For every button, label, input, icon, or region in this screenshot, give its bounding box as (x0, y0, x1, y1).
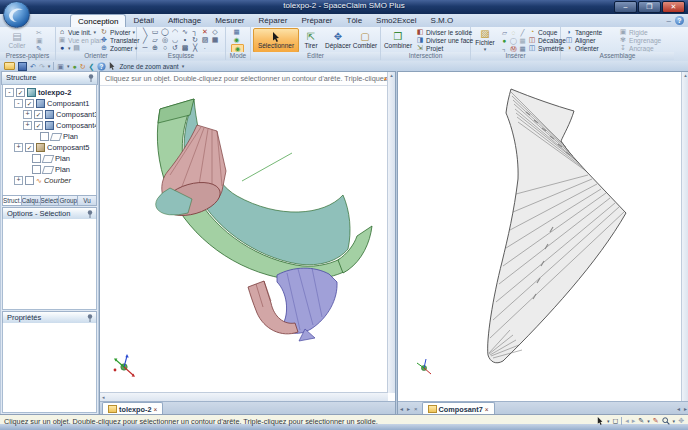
insert-sphere-icon[interactable]: ● (500, 37, 509, 45)
ribbon-minimize-icon[interactable]: – (667, 16, 671, 25)
sketch-tool-icon[interactable]: ╱ (140, 36, 150, 44)
prev-view-icon[interactable]: ◂ (625, 417, 629, 425)
panel-tab-structure[interactable]: Struct. (2, 195, 22, 206)
insert-plane-icon[interactable]: ▱ (500, 29, 509, 37)
sketch-tool-icon[interactable]: ∙ (200, 44, 210, 52)
anchor-button[interactable]: ↧Ancrage (619, 44, 661, 52)
tree-item-plan[interactable]: Plan (3, 164, 96, 175)
sketch-tool-icon[interactable]: ◡ (170, 36, 180, 44)
fill-button[interactable]: ▢ Combler (352, 28, 378, 51)
help-icon[interactable]: ? (675, 16, 684, 25)
tree-item-plan[interactable]: Plan (3, 131, 96, 142)
close-button[interactable]: ✕ (662, 1, 685, 13)
sketch-tool-icon[interactable]: ○ (160, 44, 170, 52)
insert-file-button[interactable]: ▨ Fichier ▾ (472, 28, 498, 51)
layout-dropdown-icon[interactable]: ▾ (67, 63, 70, 69)
zoomer-button[interactable]: ⊕Zoomer▾ (100, 44, 139, 52)
sketch-tool-icon[interactable]: ↻ (190, 36, 200, 44)
insert-line-icon[interactable]: ╱ (518, 29, 527, 37)
tree-item-composant5[interactable]: +✓Composant5 (3, 142, 96, 153)
tangent-button[interactable]: ◗Tangente (565, 28, 602, 36)
sketch-tool-icon[interactable]: ◠ (170, 28, 180, 36)
sketch-tool-icon[interactable]: ◎ (160, 36, 170, 44)
redo-icon[interactable]: ↷ (39, 62, 45, 71)
paste-button[interactable]: ▤ Coller (4, 28, 30, 52)
save-icon[interactable] (18, 62, 27, 71)
sketch-tool-icon[interactable]: ╳ (190, 44, 200, 52)
zoom-dropdown-icon[interactable]: ▾ (182, 63, 185, 69)
tree-item-root[interactable]: -✓tolexpo-2 (3, 87, 96, 98)
tab-detail[interactable]: Détail (126, 14, 160, 27)
pan-mode-icon[interactable]: ✥ (678, 417, 684, 425)
sketch-tool-icon[interactable]: ▱ (150, 36, 160, 44)
project-button[interactable]: ⇲Projet (416, 44, 473, 52)
tree-item-composant1[interactable]: -✓Composant1 (3, 98, 96, 109)
sketch-tool-icon[interactable]: ◇ (210, 28, 220, 36)
sketch-tool-icon[interactable]: ┐ (190, 28, 200, 36)
sketch-tool-icon[interactable]: ╲ (140, 28, 150, 36)
pin-icon[interactable] (87, 314, 93, 322)
sketch-tool-icon[interactable]: ▨ (200, 36, 210, 44)
vue-init-button[interactable]: ⌂Vue init.▾ (58, 28, 103, 36)
panel-tab-vues[interactable]: Vu (78, 195, 97, 206)
sketch-tool-icon[interactable]: ▭ (150, 28, 160, 36)
insert-axis-icon[interactable]: ◌ (509, 29, 518, 37)
pull-button[interactable]: ⇱ Tirer (299, 28, 323, 51)
box-select-icon[interactable]: ◻ (613, 417, 619, 425)
sphere-toggle-icon[interactable]: ● (72, 62, 76, 71)
undo-dropdown-icon[interactable]: ▾ (48, 63, 51, 69)
sketch-tool-icon[interactable]: ◯ (160, 28, 170, 36)
magnifier-icon[interactable] (662, 417, 670, 425)
insert-cylinder-icon[interactable]: ◯ (509, 37, 518, 45)
vertical-scrollbar[interactable]: ▴ (387, 72, 395, 393)
insert-grid-icon[interactable]: ▦ (518, 37, 527, 45)
tab-preparer[interactable]: Préparer (294, 14, 339, 27)
help-globe-icon[interactable]: ? (98, 62, 106, 70)
sketch-tool-icon[interactable]: ▦ (210, 36, 220, 44)
copy-icon[interactable]: ✂▣✎ (36, 29, 43, 53)
tab-mesurer[interactable]: Mesurer (208, 14, 251, 27)
sketch-pencil-icon[interactable]: ✎ (638, 417, 644, 425)
window-layout-icon[interactable]: ▣ (57, 62, 64, 71)
pin-icon[interactable] (87, 210, 93, 218)
minimize-button[interactable]: – (614, 1, 637, 13)
zoom-tool-label[interactable]: Zone de zoom avant (119, 63, 178, 70)
vertical-scrollbar[interactable]: ▴ (681, 72, 688, 402)
tab-reparer[interactable]: Réparer (252, 14, 295, 27)
select-button[interactable]: Sélectionner (253, 28, 299, 53)
tab-close-icon[interactable]: × (485, 406, 489, 413)
share-icon[interactable]: ❮ (89, 62, 95, 71)
orient-button[interactable]: ◑Orienter (565, 44, 602, 52)
mode-sketch-icon[interactable]: ◉ (231, 36, 242, 43)
align-button[interactable]: ◫Aligner (565, 36, 602, 44)
status-cursor-icon[interactable] (597, 417, 604, 425)
sketch-tool-icon[interactable]: ∿ (180, 28, 190, 36)
mode-section-icon[interactable]: ▦ (231, 28, 242, 35)
rigid-button[interactable]: ▣Rigide (619, 28, 661, 36)
move-button[interactable]: ✥ Déplacer (324, 28, 352, 51)
3d-model-canvas[interactable] (100, 85, 388, 393)
pin-icon[interactable] (88, 74, 94, 82)
refresh-icon[interactable]: ↻ (80, 62, 86, 71)
panel-tab-groupes[interactable]: Group. (59, 195, 78, 206)
tab-smo2excel[interactable]: Smo2Excel (369, 14, 423, 27)
sketch-tool-icon[interactable]: ✕ (200, 28, 210, 36)
tree-item-composant4[interactable]: +✓Composant4 (3, 120, 96, 131)
tab-tole[interactable]: Tôle (340, 14, 370, 27)
select-mode-dropdown-icon[interactable]: ▾ (607, 418, 610, 424)
gear-button[interactable]: ✾Engrenage (619, 36, 661, 44)
vue-en-plan-button[interactable]: ▣Vue en plan (58, 36, 103, 44)
panel-tab-calques[interactable]: Calqu. (22, 195, 41, 206)
sketch-tool-icon[interactable]: ▩ (180, 44, 190, 52)
tab-smo[interactable]: S.M.O (424, 14, 461, 27)
paint-icon[interactable]: ✎ (653, 417, 659, 425)
open-icon[interactable] (4, 62, 15, 70)
split-solid-button[interactable]: ◧Diviser le solide (416, 28, 473, 36)
panel-tab-selection[interactable]: Sélect. (41, 195, 60, 206)
restore-button[interactable]: ❐ (638, 1, 661, 13)
translater-button[interactable]: ✥Translater (100, 36, 139, 44)
undo-icon[interactable]: ↶ (30, 62, 36, 71)
tree-item-courber[interactable]: +∿Courber (3, 175, 96, 186)
sketch-tool-icon[interactable]: ─ (140, 44, 150, 52)
sketch-tool-icon[interactable]: • (180, 36, 190, 44)
